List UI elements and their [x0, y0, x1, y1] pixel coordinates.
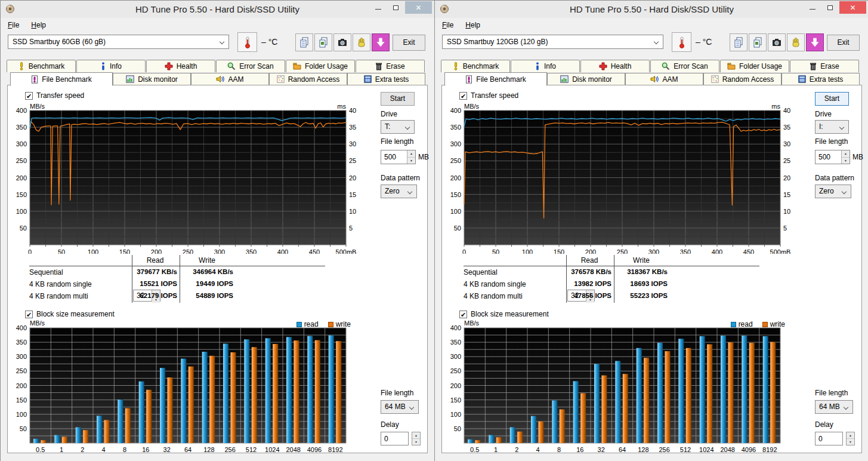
read-swatch-icon	[731, 322, 736, 327]
camera-icon	[336, 36, 348, 48]
chevron-down-icon	[839, 125, 844, 130]
temperature-button[interactable]	[672, 32, 691, 52]
tab-health[interactable]: Health	[146, 60, 215, 72]
save-results-button[interactable]	[372, 33, 390, 51]
delay-spinner-arrows[interactable]: ▲▼	[412, 432, 421, 445]
menu-help[interactable]: Help	[31, 21, 46, 29]
file-length-spinner[interactable]: 500 ▲▼	[381, 150, 416, 164]
tab-folder-usage[interactable]: Folder Usage	[720, 60, 789, 72]
tab-label: File Benchmark	[476, 75, 526, 84]
table-header-rule	[29, 266, 325, 266]
tab-folder-usage[interactable]: Folder Usage	[286, 60, 355, 72]
copy-image-button[interactable]	[749, 33, 767, 51]
svg-text:16: 16	[142, 446, 149, 453]
data-pattern-select[interactable]: Zero	[815, 185, 851, 198]
tab-extra-tests[interactable]: Extra tests	[347, 73, 425, 85]
temperature-button[interactable]	[237, 32, 257, 52]
delay-spinner-arrows[interactable]: ▲▼	[846, 432, 855, 445]
tab-info[interactable]: Info	[511, 60, 580, 72]
menu-help[interactable]: Help	[465, 21, 480, 29]
drive-select-value: I:	[819, 122, 823, 131]
titlebar: HD Tune Pro 5.50 - Hard Disk/SSD Utility…	[1, 1, 434, 18]
options-button[interactable]	[787, 33, 805, 51]
tab-info[interactable]: Info	[76, 60, 146, 72]
transfer-speed-checkbox[interactable]: ✔ Transfer speed	[459, 91, 518, 100]
tab-aam[interactable]: AAM	[625, 73, 703, 85]
tab-file-benchmark[interactable]: File Benchmark	[10, 72, 113, 86]
tab-erase[interactable]: Erase	[356, 60, 425, 72]
chart-legend: read write	[296, 320, 351, 328]
tab-random-access[interactable]: Random Access	[703, 73, 781, 85]
tab-error-scan[interactable]: Error Scan	[650, 60, 719, 72]
tab-extra-tests[interactable]: Extra tests	[781, 73, 860, 85]
drive-combobox[interactable]: SSD Smartbuy 120GB (120 gB)	[442, 35, 663, 49]
block-file-length-select[interactable]: 64 MB	[381, 400, 419, 414]
transfer-speed-chart: MB/sms4003503002502001501005040353025201…	[11, 103, 366, 254]
spinner-arrows[interactable]: ▲▼	[841, 150, 850, 164]
copy-text-button[interactable]	[295, 33, 313, 51]
tab-error-scan[interactable]: Error Scan	[216, 60, 285, 72]
drive-select[interactable]: T:	[381, 120, 415, 134]
tab-benchmark[interactable]: Benchmark	[7, 60, 76, 72]
svg-text:250: 250	[450, 367, 461, 374]
delay-label: Delay	[381, 420, 399, 429]
svg-text:128: 128	[203, 446, 214, 453]
block-size-checkbox[interactable]: ✔ Block size measurement	[25, 310, 115, 318]
exit-button[interactable]: Exit	[393, 35, 425, 51]
copy-image-button[interactable]	[314, 33, 332, 51]
sequential-read-value: 376578 KB/s	[564, 268, 611, 275]
screenshot-button[interactable]	[768, 33, 786, 51]
tab-disk-monitor[interactable]: Disk monitor	[113, 73, 191, 85]
svg-text:100: 100	[522, 248, 533, 254]
menu-file[interactable]: File	[8, 21, 19, 29]
tab-erase[interactable]: Erase	[790, 60, 859, 72]
minimize-button[interactable]	[369, 1, 387, 14]
folder-usage-icon	[293, 62, 301, 70]
copy-text-button[interactable]	[730, 33, 747, 51]
file-length-spinner[interactable]: 500 ▲▼	[815, 150, 850, 164]
tab-benchmark[interactable]: Benchmark	[441, 60, 510, 72]
maximize-button[interactable]	[387, 1, 404, 14]
tab-disk-monitor[interactable]: Disk monitor	[547, 73, 625, 85]
drive-select[interactable]: I:	[815, 120, 849, 134]
close-button[interactable]: ✕	[839, 1, 866, 14]
tab-aam[interactable]: AAM	[191, 73, 269, 85]
tab-random-access[interactable]: Random Access	[269, 73, 347, 85]
options-button[interactable]	[353, 33, 370, 51]
data-pattern-select[interactable]: Zero	[381, 185, 417, 198]
maximize-icon	[827, 5, 833, 10]
tab-label: Health	[177, 62, 197, 70]
block-file-length-label: File length	[381, 389, 413, 397]
svg-text:350: 350	[680, 248, 691, 254]
health-icon	[599, 62, 607, 70]
svg-text:500mB: 500mB	[770, 248, 791, 254]
maximize-button[interactable]	[821, 1, 839, 14]
svg-text:400: 400	[277, 248, 288, 254]
tab-file-benchmark[interactable]: File Benchmark	[444, 72, 547, 86]
block-size-checkbox[interactable]: ✔ Block size measurement	[459, 310, 549, 318]
minimize-icon	[375, 9, 381, 10]
save-results-button[interactable]	[806, 33, 824, 51]
erase-icon	[810, 62, 817, 70]
start-button[interactable]: Start	[815, 92, 849, 106]
spinner-arrows[interactable]: ▲▼	[407, 150, 415, 164]
svg-text:100: 100	[16, 411, 27, 418]
tab-health[interactable]: Health	[580, 60, 650, 72]
tab-label: Benchmark	[463, 62, 499, 70]
minimize-button[interactable]	[804, 1, 821, 14]
transfer-speed-checkbox[interactable]: ✔ Transfer speed	[25, 91, 84, 100]
block-file-length-select[interactable]: 64 MB	[815, 400, 853, 414]
drive-combobox[interactable]: SSD Smartbuy 60GB (60 gB)	[8, 35, 229, 49]
start-button[interactable]: Start	[381, 92, 415, 106]
screenshot-button[interactable]	[333, 33, 351, 51]
delay-input[interactable]: 0	[815, 432, 843, 445]
info-icon	[100, 62, 106, 70]
delay-input[interactable]: 0	[381, 432, 409, 445]
svg-text:150: 150	[450, 191, 461, 198]
close-button[interactable]: ✕	[405, 1, 432, 14]
chevron-down-icon	[842, 189, 847, 194]
svg-text:50: 50	[454, 425, 461, 432]
svg-text:350: 350	[450, 339, 461, 346]
exit-button[interactable]: Exit	[827, 35, 860, 51]
menu-file[interactable]: File	[442, 21, 453, 29]
